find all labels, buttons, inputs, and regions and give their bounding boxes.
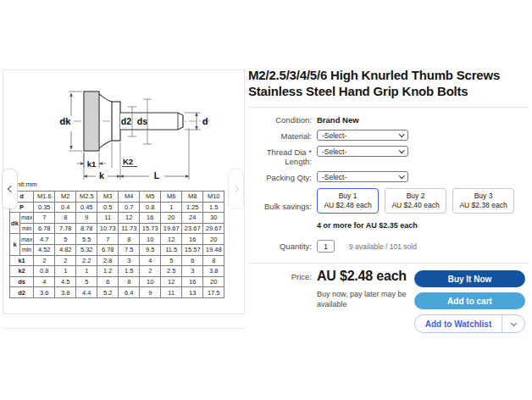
spec-cell: M6	[161, 192, 182, 203]
chevron-down-icon	[399, 147, 404, 153]
chevron-down-icon	[399, 173, 404, 178]
spec-cell: 11	[161, 287, 182, 298]
add-to-cart-button[interactable]: Add to cart	[414, 292, 525, 309]
spec-cell: 4	[140, 255, 161, 266]
spec-cell: 12	[119, 213, 140, 224]
spec-cell: 23.67	[182, 223, 203, 234]
spec-cell: dk	[10, 213, 20, 234]
spec-cell: 4.7	[34, 234, 55, 245]
spec-cell: 24	[182, 213, 203, 224]
spec-cell: 4	[34, 276, 55, 287]
price-block: Price: AU $2.48 each Buy now, pay later …	[248, 269, 529, 309]
carousel-prev-button[interactable]	[2, 169, 18, 209]
add-to-watchlist-label: Add to Watchlist	[415, 315, 502, 332]
offer-qty: Buy 2	[407, 192, 425, 201]
add-to-watchlist-button[interactable]: Add to Watchlist	[414, 314, 525, 333]
spec-cell: 5.5	[76, 234, 97, 245]
thread-dia-length-select[interactable]: -Select-	[317, 146, 408, 157]
spec-cell: 4.5	[55, 276, 76, 287]
spec-row: dkmax789111216202430	[10, 213, 224, 224]
spec-cell: 5	[55, 234, 76, 245]
spec-cell: 10.73	[97, 223, 119, 234]
spec-cell: 9	[76, 213, 97, 224]
spec-cell: M1.6	[34, 192, 55, 203]
spec-cell: 10	[140, 234, 161, 245]
spec-cell: 7	[34, 213, 55, 224]
thread-dia-length-label: Thread Dia * Length:	[248, 146, 312, 166]
spec-cell: min	[20, 223, 34, 234]
bulk-offer-buy1[interactable]: Buy 1 AU $2.48 each	[317, 188, 379, 214]
spec-cell: 1.5	[119, 266, 140, 277]
quantity-label: Quantity:	[248, 242, 312, 251]
spec-table: dM1.6M2M2.5M3M4M5M6M8M10P0.350.40.450.50…	[9, 191, 224, 298]
packing-qty-select-value: -Select-	[322, 173, 346, 181]
spec-cell: 6	[97, 276, 119, 287]
spec-cell: 2	[55, 255, 76, 266]
thumb-screw-diagram: dk d2 ds d k1 K2 k L	[3, 81, 244, 186]
spec-cell: 1	[161, 202, 182, 213]
spec-cell: 5	[76, 276, 97, 287]
spec-header-row: dM1.6M2M2.5M3M4M5M6M8M10	[10, 192, 224, 203]
spec-cell: M2	[55, 192, 76, 203]
price-divider	[248, 263, 529, 264]
spec-cell: 2	[34, 255, 55, 266]
bulk-savings-label: Bulk savings:	[248, 191, 312, 211]
spec-cell: 5.32	[76, 244, 97, 255]
dim-label-k2: K2	[123, 157, 133, 166]
spec-cell: 11	[97, 213, 119, 224]
spec-row: k1222.22.834568	[10, 255, 224, 266]
spec-cell: 13	[182, 287, 203, 298]
bulk-savings-row: Bulk savings: Buy 1 AU $2.48 each Buy 2 …	[248, 188, 529, 214]
spec-cell: 1.5	[203, 202, 224, 213]
spec-cell: 3.6	[34, 287, 55, 298]
spec-cell: 0.7	[119, 202, 140, 213]
bulk-offer-buy3[interactable]: Buy 3 AU $2.38 each	[452, 188, 514, 214]
spec-cell: 0.8	[140, 202, 161, 213]
product-image[interactable]: dk d2 ds d k1 K2 k L Unit:mm dM1.6M2M2.5…	[3, 69, 245, 314]
spec-cell: 16	[182, 276, 203, 287]
bulk-offers: Buy 1 AU $2.48 each Buy 2 AU $2.40 each …	[317, 188, 529, 214]
spec-cell: 2.8	[97, 255, 119, 266]
spec-cell: 16	[140, 213, 161, 224]
spec-cell: M5	[140, 192, 161, 203]
chevron-down-icon	[399, 131, 404, 136]
spec-cell: d2	[10, 287, 34, 298]
spec-cell: 20	[161, 213, 182, 224]
title-line-2: Stainless Steel Hand Grip Knob Bolts	[248, 84, 529, 100]
material-select-value: -Select-	[322, 131, 346, 140]
spec-cell: 0.35	[34, 202, 55, 213]
material-select[interactable]: -Select-	[317, 130, 408, 141]
bulk-offer-buy2[interactable]: Buy 2 AU $2.40 each	[385, 188, 446, 214]
spec-cell: 20	[203, 234, 224, 245]
spec-cell: 17.5	[203, 287, 224, 298]
spec-cell: 0.45	[76, 202, 97, 213]
packing-qty-select[interactable]: -Select-	[317, 171, 408, 182]
buy-it-now-button[interactable]: Buy It Now	[414, 270, 525, 287]
spec-cell: 15.57	[182, 244, 203, 255]
spec-cell: 8	[203, 255, 224, 266]
carousel-next-button[interactable]	[228, 169, 244, 209]
spec-cell: 12	[161, 234, 182, 245]
spec-cell: 12	[161, 276, 182, 287]
watchlist-dropdown-button[interactable]	[502, 315, 524, 332]
spec-cell: 1	[55, 266, 76, 277]
title-line-1: M2/2.5/3/4/5/6 High Knurled Thumb Screws	[248, 68, 529, 84]
spec-cell: 0.4	[55, 202, 76, 213]
chevron-right-icon	[231, 186, 238, 192]
spec-row: k20.8111.21.522.533.8	[10, 266, 224, 277]
spec-cell: M8	[182, 192, 203, 203]
spec-row: P0.350.40.450.50.70.811.251.5	[10, 202, 224, 213]
pay-later-note: Buy now, pay later may be available	[317, 290, 412, 309]
spec-cell: 2.2	[76, 255, 97, 266]
spec-cell: 11.5	[161, 244, 182, 255]
spec-cell: 9.5	[140, 244, 161, 255]
spec-cell: 3	[182, 266, 203, 277]
spec-cell: 1.2	[97, 266, 119, 277]
material-label: Material:	[248, 130, 312, 141]
spec-cell: 7	[97, 234, 119, 245]
title-divider	[248, 107, 529, 108]
spec-cell: 30	[203, 213, 224, 224]
price-label: Price:	[248, 269, 312, 309]
offer-qty: Buy 3	[474, 192, 493, 201]
quantity-input[interactable]	[317, 240, 335, 253]
